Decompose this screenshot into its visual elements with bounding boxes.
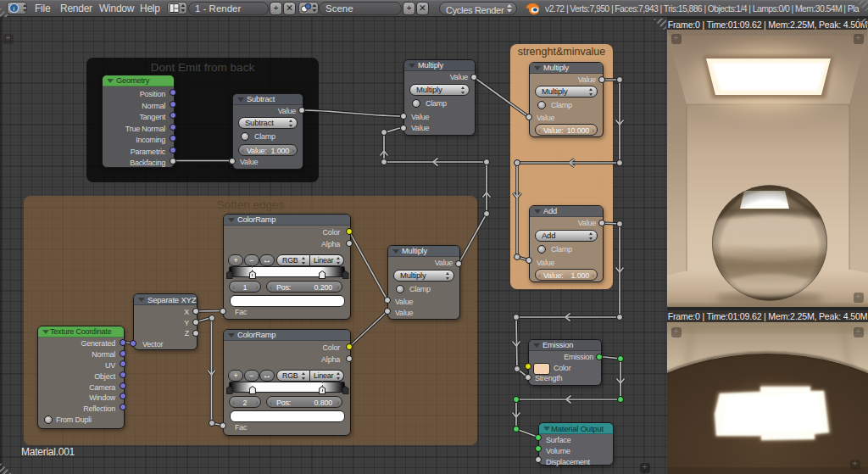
svg-text:i: i	[14, 5, 15, 13]
